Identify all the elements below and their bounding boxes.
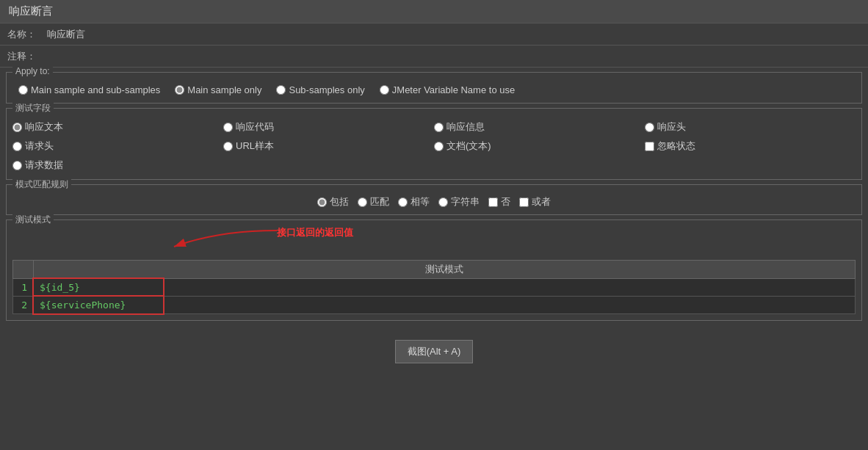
name-label: 名称： bbox=[7, 28, 44, 41]
row-value-1: ${id_5} bbox=[34, 279, 856, 297]
row-num-2: 2 bbox=[13, 297, 34, 314]
comment-input[interactable] bbox=[44, 49, 861, 63]
test-mode-table: 测试模式 1 ${id_5} 2 ${servicePhone} bbox=[12, 260, 856, 314]
row-num-1: 1 bbox=[13, 279, 34, 297]
page-title: 响应断言 bbox=[0, 0, 868, 23]
annotation-area: 接口返回的返回值 bbox=[12, 223, 856, 253]
apply-main-only[interactable]: Main sample only bbox=[175, 84, 261, 95]
apply-to-options: Main sample and sub-samples Main sample … bbox=[12, 76, 856, 100]
apply-to-section: Apply to: Main sample and sub-samples Ma… bbox=[6, 72, 862, 104]
screenshot-button[interactable]: 截图(Alt + A) bbox=[395, 340, 474, 363]
field-ignore-status[interactable]: 忽略状态 bbox=[645, 138, 856, 154]
pattern-match[interactable]: 匹配 bbox=[358, 195, 389, 208]
name-row: 名称： bbox=[0, 23, 868, 46]
pattern-match-legend: 模式匹配规则 bbox=[12, 178, 71, 191]
name-input[interactable] bbox=[44, 27, 861, 41]
pattern-not[interactable]: 否 bbox=[488, 195, 510, 208]
test-mode-section: 测试模式 接口返回的返回值 测试模式 1 ${id_5} bbox=[6, 219, 862, 321]
field-request-data[interactable]: 请求数据 bbox=[12, 157, 223, 173]
pattern-or[interactable]: 或者 bbox=[519, 195, 551, 208]
bottom-button-area: 截图(Alt + A) bbox=[0, 325, 868, 378]
apply-main-sub[interactable]: Main sample and sub-samples bbox=[18, 84, 160, 95]
table-row: 1 ${id_5} bbox=[13, 279, 856, 297]
field-response-code[interactable]: 响应代码 bbox=[223, 119, 434, 135]
test-mode-column-header: 测试模式 bbox=[34, 261, 856, 279]
table-row: 2 ${servicePhone} bbox=[13, 297, 856, 314]
row-num-header bbox=[13, 261, 34, 279]
pattern-match-section: 模式匹配规则 包括 匹配 相等 字符串 否 或者 bbox=[6, 184, 862, 215]
field-request-header[interactable]: 请求头 bbox=[12, 138, 223, 154]
comment-label: 注释： bbox=[7, 50, 44, 63]
test-fields-grid: 响应文本 响应代码 响应信息 响应头 请求头 URL样本 文档(文本) bbox=[12, 112, 856, 173]
row-value-2: ${servicePhone} bbox=[34, 297, 856, 314]
test-fields-section: 测试字段 响应文本 响应代码 响应信息 响应头 请求头 URL样本 bbox=[6, 108, 862, 180]
field-response-header[interactable]: 响应头 bbox=[645, 119, 856, 135]
pattern-include[interactable]: 包括 bbox=[317, 195, 349, 208]
field-document-text[interactable]: 文档(文本) bbox=[434, 138, 645, 154]
pattern-row: 包括 匹配 相等 字符串 否 或者 bbox=[12, 188, 856, 208]
field-url-sample[interactable]: URL样本 bbox=[223, 138, 434, 154]
pattern-equal[interactable]: 相等 bbox=[398, 195, 430, 208]
apply-jmeter-var[interactable]: JMeter Variable Name to use bbox=[380, 84, 515, 95]
annotation-arrow bbox=[159, 225, 306, 254]
comment-row: 注释： bbox=[0, 46, 868, 68]
field-response-info[interactable]: 响应信息 bbox=[434, 119, 645, 135]
pattern-string[interactable]: 字符串 bbox=[438, 195, 480, 208]
apply-to-legend: Apply to: bbox=[12, 66, 53, 76]
test-fields-legend: 测试字段 bbox=[12, 102, 54, 115]
field-response-text[interactable]: 响应文本 bbox=[12, 119, 223, 135]
apply-sub-only[interactable]: Sub-samples only bbox=[276, 84, 364, 95]
